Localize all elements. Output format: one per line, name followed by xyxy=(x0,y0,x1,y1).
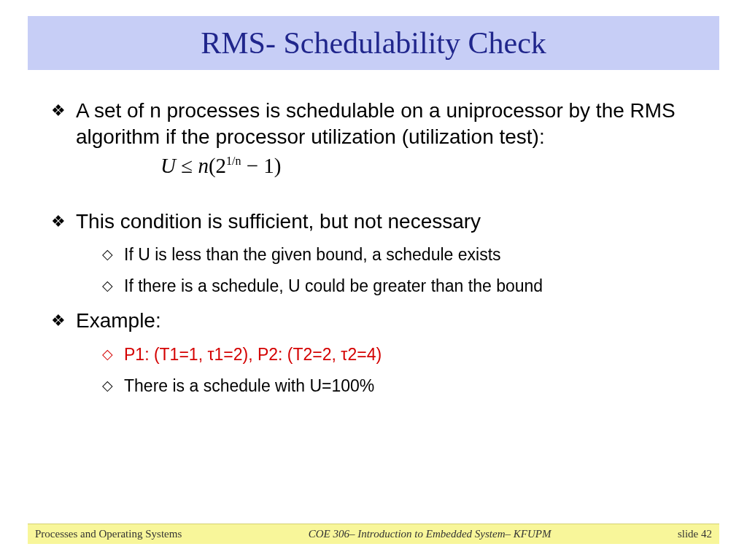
diamond-open-icon: ◇ xyxy=(102,244,124,266)
formula-exp: 1/n xyxy=(226,155,241,167)
bullet-level2-highlight: ◇ P1: (T1=1, τ1=2), P2: (T2=2, τ2=4) xyxy=(102,343,703,366)
formula: U ≤ n(21/n − 1) xyxy=(160,154,703,178)
diamond-open-icon: ◇ xyxy=(102,343,124,366)
diamond-filled-icon: ❖ xyxy=(51,308,76,334)
footer-bar: Processes and Operating Systems COE 306–… xyxy=(28,524,719,544)
formula-paren: (2 xyxy=(209,154,226,177)
slide-title: RMS- Schedulability Check xyxy=(201,26,546,61)
title-band: RMS- Schedulability Check xyxy=(28,16,719,70)
bullet-text: P1: (T1=1, τ1=2), P2: (T2=2, τ2=4) xyxy=(124,343,703,366)
formula-op: ≤ xyxy=(181,154,193,177)
bullet-level2: ◇ If there is a schedule, U could be gre… xyxy=(102,275,703,298)
bullet-text: If there is a schedule, U could be great… xyxy=(124,275,703,298)
footer-left: Processes and Operating Systems xyxy=(35,528,182,540)
bullet-text: Example: xyxy=(76,308,703,334)
formula-n: n xyxy=(198,154,209,177)
bullet-level1: ❖ Example: xyxy=(51,308,703,334)
bullet-text: A set of n processes is schedulable on a… xyxy=(76,98,703,151)
bullet-level2: ◇ If U is less than the given bound, a s… xyxy=(102,244,703,266)
footer-right: slide 42 xyxy=(678,528,712,540)
slide: RMS- Schedulability Check ❖ A set of n p… xyxy=(0,0,747,560)
diamond-open-icon: ◇ xyxy=(102,275,124,298)
bullet-level2: ◇ There is a schedule with U=100% xyxy=(102,375,703,397)
formula-lhs: U xyxy=(160,154,176,177)
diamond-filled-icon: ❖ xyxy=(51,209,76,235)
bullet-text: There is a schedule with U=100% xyxy=(124,375,703,397)
slide-body: ❖ A set of n processes is schedulable on… xyxy=(51,88,703,397)
spacer xyxy=(51,178,703,198)
diamond-open-icon: ◇ xyxy=(102,375,124,397)
footer-center: COE 306– Introduction to Embedded System… xyxy=(309,528,551,540)
formula-tail: − 1) xyxy=(241,154,282,177)
diamond-filled-icon: ❖ xyxy=(51,98,76,151)
bullet-text: If U is less than the given bound, a sch… xyxy=(124,244,703,266)
bullet-text: This condition is sufficient, but not ne… xyxy=(76,209,703,235)
bullet-level1: ❖ A set of n processes is schedulable on… xyxy=(51,98,703,151)
bullet-level1: ❖ This condition is sufficient, but not … xyxy=(51,209,703,235)
